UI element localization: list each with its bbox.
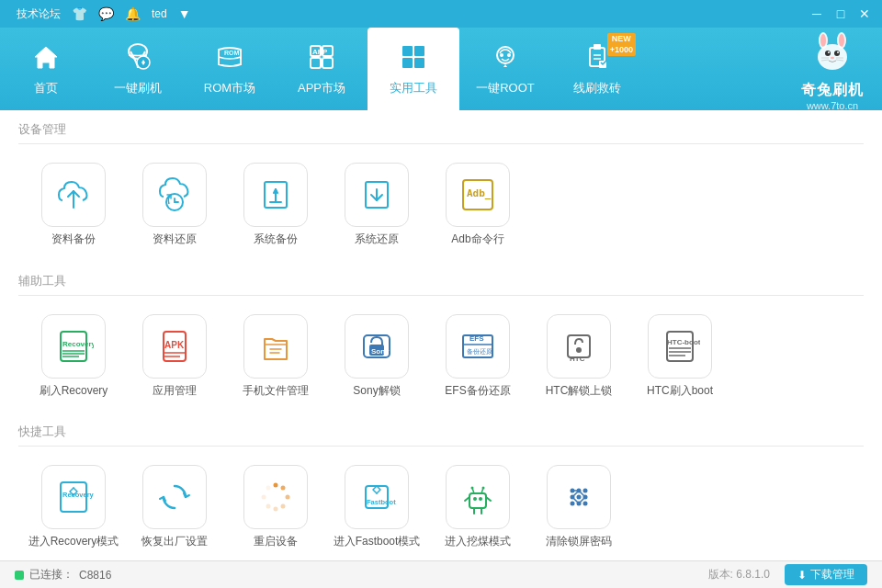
lockscreen-icon-box [547, 465, 611, 529]
svg-point-93 [577, 495, 582, 500]
tool-sys-restore[interactable]: 系统还原 [331, 163, 423, 247]
nav-item-home[interactable]: 首页 [0, 28, 92, 110]
svg-point-82 [482, 487, 485, 490]
svg-point-13 [500, 53, 503, 57]
nav-label-flash: 一键刷机 [114, 80, 162, 96]
svg-point-14 [507, 53, 511, 57]
forum-link[interactable]: 技术论坛 [17, 6, 61, 22]
svg-point-81 [471, 487, 474, 490]
dropdown-icon[interactable]: ▼ [178, 6, 191, 21]
factory-reset-icon-box [142, 465, 207, 529]
tool-efs-backup[interactable]: EFS 备份还原 EFS备份还原 [432, 314, 524, 399]
svg-point-95 [571, 502, 575, 506]
ted-link[interactable]: ted [152, 7, 167, 20]
nav-item-root[interactable]: 一键ROOT [459, 28, 551, 110]
section-device-mgmt: 设备管理 [18, 110, 864, 144]
svg-point-21 [839, 34, 844, 47]
svg-text:备份还原: 备份还原 [467, 348, 492, 355]
rabbit-icon [808, 28, 856, 81]
excavator-label: 进入挖煤模式 [445, 535, 511, 549]
close-button[interactable]: ✕ [854, 4, 875, 24]
tool-adb[interactable]: Adb_ Adb命令行 [432, 163, 524, 247]
tools-icon [399, 42, 428, 76]
nav-item-flash[interactable]: 一键刷机 [92, 28, 184, 110]
tool-sony-unlock[interactable]: Sony Sony解锁 [331, 314, 423, 399]
section-assist-tools: 辅助工具 [18, 262, 864, 296]
data-backup-label: 资料备份 [51, 232, 96, 247]
svg-text:APP: APP [312, 48, 328, 56]
data-backup-icon-box [41, 163, 106, 227]
nav-item-app[interactable]: APP APP市场 [276, 28, 368, 110]
svg-point-24 [834, 51, 840, 56]
svg-point-97 [583, 502, 588, 506]
tshirt-icon[interactable]: 👕 [72, 6, 87, 21]
svg-point-23 [825, 51, 831, 56]
titlebar-links: 技术论坛 👕 💬 🔔 ted ▼ [7, 6, 801, 22]
sys-backup-icon-box [243, 163, 308, 227]
svg-text:HTC-boot: HTC-boot [667, 338, 700, 346]
svg-point-70 [286, 495, 290, 500]
tool-data-restore[interactable]: 资料还原 [129, 163, 220, 247]
flash-icon [123, 42, 153, 76]
data-restore-label: 资料还原 [153, 232, 197, 247]
tool-apk-mgmt[interactable]: APK 应用管理 [129, 314, 220, 399]
connected-label: 已连接： [29, 567, 74, 582]
file-mgmt-label: 手机文件管理 [243, 384, 309, 399]
version-number: 6.8.1.0 [736, 568, 770, 581]
rom-icon: ROM [215, 42, 244, 76]
sony-unlock-icon-box: Sony [345, 314, 409, 379]
tool-lockscreen[interactable]: 清除锁屏密码 [533, 465, 625, 549]
nav-label-rescue: 线刷救砖 [573, 80, 621, 96]
recovery-flash-label: 刷入Recovery [40, 384, 108, 399]
svg-rect-9 [414, 46, 424, 56]
svg-rect-78 [469, 493, 486, 508]
download-manager-button[interactable]: ⬇ 下载管理 [785, 564, 867, 585]
tool-htc-unlock[interactable]: HTC HTC解锁上锁 [533, 314, 625, 399]
nav-item-rom[interactable]: ROM ROM市场 [184, 28, 276, 110]
tool-sys-backup[interactable]: 系统备份 [230, 163, 322, 247]
content-area: 设备管理 资料备份 [0, 110, 882, 560]
svg-text:APK: APK [164, 340, 185, 350]
efs-backup-icon-box: EFS 备份还原 [446, 314, 510, 379]
factory-reset-label: 恢复出厂设置 [141, 535, 208, 549]
reboot-icon-box [243, 465, 308, 529]
svg-point-73 [266, 504, 271, 509]
adb-icon-box: Adb_ [446, 163, 510, 227]
svg-text:EFS: EFS [469, 334, 484, 343]
minimize-button[interactable]: ─ [807, 4, 827, 24]
nav-item-tools[interactable]: 实用工具 [368, 28, 459, 110]
svg-text:HTC: HTC [570, 355, 585, 363]
svg-point-75 [266, 486, 271, 491]
tool-recovery-flash[interactable]: Recovery 刷入Recovery [28, 314, 119, 399]
fastboot-label: 进入Fastboot模式 [334, 535, 421, 549]
titlebar: 技术论坛 👕 💬 🔔 ted ▼ ─ □ ✕ [0, 0, 882, 28]
bell-icon[interactable]: 🔔 [125, 6, 141, 21]
assist-tools-grid: Recovery 刷入Recovery APK 应用管理 [18, 305, 864, 413]
svg-rect-16 [594, 44, 601, 50]
htc-boot-icon-box: HTC-boot [648, 314, 712, 379]
svg-rect-8 [402, 46, 413, 56]
maximize-button[interactable]: □ [831, 4, 851, 24]
tool-fastboot[interactable]: Fastboot 进入Fastboot模式 [331, 465, 423, 549]
svg-text:Fastboot: Fastboot [367, 498, 396, 506]
logo-url: www.7to.cn [807, 100, 858, 111]
apk-mgmt-icon-box: APK [142, 314, 207, 379]
htc-unlock-icon-box: HTC [547, 314, 611, 379]
new-badge: NEW +1000 [607, 33, 636, 56]
svg-point-71 [281, 504, 286, 509]
tool-htc-boot[interactable]: HTC-boot HTC刷入boot [634, 314, 726, 399]
chat-icon[interactable]: 💬 [98, 6, 114, 21]
tool-reboot[interactable]: 重启设备 [230, 465, 322, 549]
nav-item-rescue[interactable]: NEW +1000 线刷救砖 [551, 28, 643, 110]
nav-label-app: APP市场 [298, 80, 345, 96]
navbar: 首页 一键刷机 ROM ROM市场 [0, 28, 882, 110]
svg-point-72 [274, 507, 278, 512]
tool-factory-reset[interactable]: 恢复出厂设置 [129, 465, 220, 549]
tool-enter-recovery[interactable]: Recovery 进入Recovery模式 [28, 465, 119, 549]
tool-file-mgmt[interactable]: 手机文件管理 [230, 314, 322, 399]
nav-label-rom: ROM市场 [204, 80, 255, 96]
svg-point-27 [831, 56, 834, 58]
tool-excavator[interactable]: 进入挖煤模式 [432, 465, 524, 549]
nav-label-home: 首页 [34, 80, 58, 96]
tool-data-backup[interactable]: 资料备份 [28, 163, 119, 247]
